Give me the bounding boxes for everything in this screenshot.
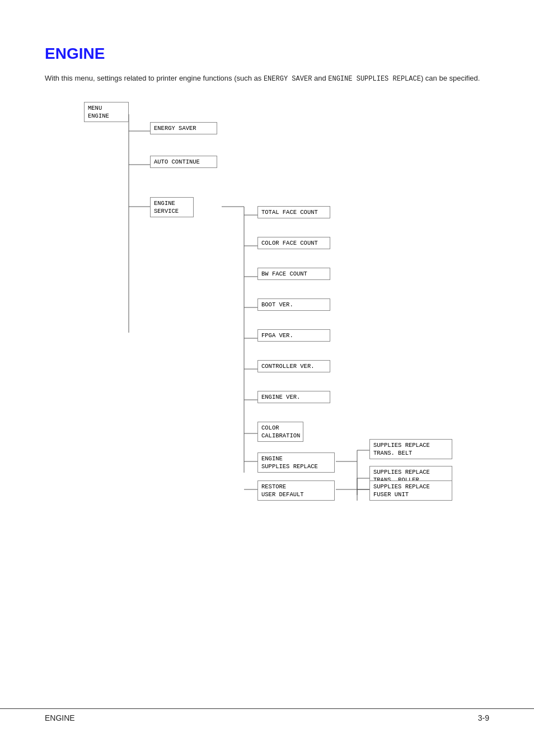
page: ENGINE With this menu, settings related … <box>0 0 534 756</box>
intro-text-1: With this menu, settings related to prin… <box>45 74 264 82</box>
supplies-replace-fuser-unit-box: SUPPLIES REPLACE FUSER UNIT <box>369 480 452 501</box>
color-calibration-box: COLOR CALIBRATION <box>257 422 303 442</box>
total-face-count-box: TOTAL FACE COUNT <box>257 206 330 218</box>
page-footer: ENGINE 3-9 <box>0 708 534 722</box>
engine-ver-box: ENGINE VER. <box>257 391 330 403</box>
bw-face-count-box: BW FACE COUNT <box>257 268 330 280</box>
intro-text-2: and <box>312 74 328 82</box>
page-title: ENGINE <box>45 45 489 63</box>
color-face-count-box: COLOR FACE COUNT <box>257 237 330 249</box>
restore-user-default-box: RESTORE USER DEFAULT <box>257 480 335 501</box>
controller-ver-box: CONTROLLER VER. <box>257 360 330 372</box>
intro-paragraph: With this menu, settings related to prin… <box>45 73 489 84</box>
footer-left: ENGINE <box>45 713 75 722</box>
auto-continue-box: AUTO CONTINUE <box>150 156 217 168</box>
intro-code-2: ENGINE SUPPLIES REPLACE <box>328 75 421 83</box>
engine-supplies-replace-box: ENGINE SUPPLIES REPLACE <box>257 452 335 473</box>
engine-service-box: ENGINE SERVICE <box>150 197 194 217</box>
menu-engine-box: MENU ENGINE <box>84 102 129 122</box>
tree-diagram: MENU ENGINE ENERGY SAVER AUTO CONTINUE E… <box>78 97 470 501</box>
intro-text-3: ) can be specified. <box>421 74 480 82</box>
tree-absolute: MENU ENGINE ENERGY SAVER AUTO CONTINUE E… <box>78 97 470 501</box>
supplies-replace-trans-belt-box: SUPPLIES REPLACE TRANS. BELT <box>369 439 452 459</box>
intro-code-1: ENERGY SAVER <box>264 75 312 83</box>
boot-ver-box: BOOT VER. <box>257 298 330 311</box>
fpga-ver-box: FPGA VER. <box>257 329 330 342</box>
footer-right: 3-9 <box>478 713 489 722</box>
energy-saver-box: ENERGY SAVER <box>150 122 217 134</box>
